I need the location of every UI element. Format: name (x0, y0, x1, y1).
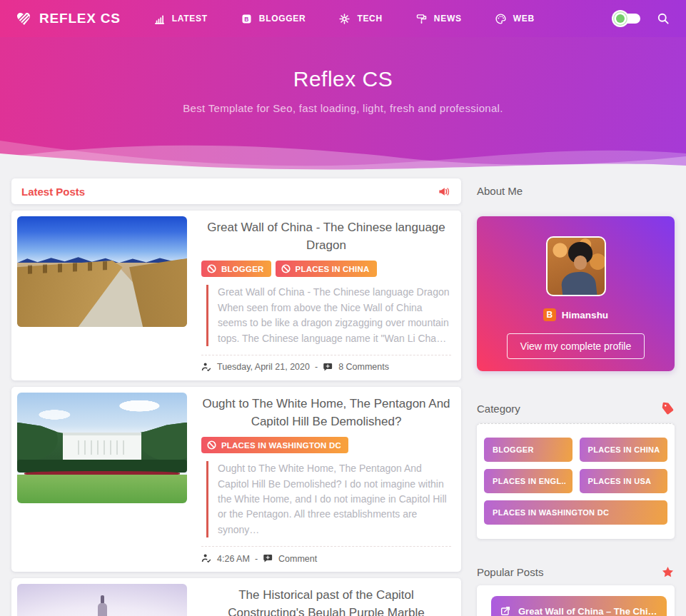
blogger-icon: B (241, 13, 253, 25)
post-date: 4:26 AM (217, 554, 250, 564)
category-chip[interactable]: PLACES IN USA (580, 469, 668, 493)
tag-row: BLOGGER PLACES IN CHINA (201, 261, 451, 277)
nav-label: LATEST (172, 14, 208, 24)
nav-item-blogger[interactable]: B BLOGGER (241, 13, 306, 25)
nav-item-tech[interactable]: TECH (338, 13, 382, 25)
post-thumbnail-white-house[interactable] (17, 393, 187, 503)
brand-logo[interactable]: REFLEX CS (16, 10, 121, 27)
post-card: Ought to The White Home, The Pentagon An… (11, 387, 461, 572)
category-chip[interactable]: PLACES IN WASHINGTON DC (484, 500, 667, 525)
author-check-icon (201, 362, 212, 373)
blogger-badge-icon: B (543, 308, 556, 321)
category-chip[interactable]: PLACES IN CHINA (580, 438, 668, 462)
post-title[interactable]: The Historical past of the Capitol Const… (201, 587, 451, 616)
megaphone-icon (438, 185, 451, 198)
meta-separator: - (255, 554, 258, 564)
search-icon[interactable] (656, 11, 670, 26)
tag-chip[interactable]: BLOGGER (201, 261, 271, 277)
popular-post-item[interactable]: Great Wall of China – The Chinese … (491, 596, 667, 616)
star-icon (661, 565, 675, 579)
post-thumbnail-great-wall[interactable] (17, 216, 187, 327)
main-nav: LATEST B BLOGGER TECH NEWS (153, 13, 535, 25)
view-profile-button[interactable]: View my complete profile (507, 333, 645, 359)
comment-icon (323, 362, 333, 373)
nav-label: WEB (513, 14, 535, 24)
comments-link[interactable]: Comment (278, 554, 317, 564)
divider (201, 355, 451, 355)
tag-icon (660, 401, 675, 416)
hero-subtitle: Best Template for Seo, fast loading, lig… (0, 102, 686, 114)
latest-posts-header: Latest Posts (11, 178, 461, 204)
hero-title: Reflex CS (0, 67, 686, 91)
post-date: Tuesday, April 21, 2020 (217, 362, 310, 372)
comment-icon (263, 553, 273, 564)
category-list: BLOGGER PLACES IN CHINA PLACES IN ENGL..… (477, 423, 675, 539)
heart-logo-icon (16, 10, 33, 27)
post-thumbnail-capitol[interactable] (17, 584, 187, 616)
post-title[interactable]: Great Wall of China - The Chinese langua… (201, 219, 451, 254)
gear-icon (338, 13, 350, 25)
posts-column: Latest Posts Great Wall of China - The C… (11, 178, 461, 616)
dark-mode-toggle[interactable] (616, 14, 640, 24)
label-slash-icon (281, 263, 291, 274)
popular-posts-list: Great Wall of China – The Chinese … (477, 585, 675, 616)
page-content: Latest Posts Great Wall of China - The C… (0, 171, 686, 616)
category-chip[interactable]: PLACES IN ENGL.. (484, 469, 572, 493)
post-excerpt: Great Wall of China - The Chinese langua… (206, 285, 451, 346)
label-slash-icon (206, 440, 217, 450)
brand-text: REFLEX CS (39, 11, 121, 26)
category-chip[interactable]: BLOGGER (484, 438, 572, 462)
sidebar: About Me B Himanshu View my complete pro… (477, 178, 675, 616)
paint-roller-icon (415, 13, 428, 25)
post-card: Great Wall of China - The Chinese langua… (11, 211, 461, 380)
tag-row: PLACES IN WASHINGTON DC (201, 437, 451, 453)
profile-avatar[interactable] (546, 236, 606, 296)
category-heading: Category (477, 402, 675, 415)
palette-icon (495, 13, 507, 25)
external-link-icon (500, 605, 511, 616)
nav-label: TECH (357, 14, 382, 24)
author-check-icon (201, 553, 212, 564)
profile-name-row[interactable]: B Himanshu (543, 308, 608, 321)
popular-posts-heading: Popular Posts (477, 565, 675, 579)
tag-chip[interactable]: PLACES IN CHINA (276, 261, 377, 277)
post-excerpt: Ought to The White Home, The Pentagon An… (206, 461, 451, 537)
tag-chip[interactable]: PLACES IN WASHINGTON DC (201, 437, 348, 453)
label-slash-icon (206, 263, 217, 274)
nav-item-web[interactable]: WEB (495, 13, 535, 25)
nav-item-news[interactable]: NEWS (415, 13, 462, 25)
hero-banner: Reflex CS Best Template for Seo, fast lo… (0, 37, 686, 171)
profile-name: Himanshu (562, 310, 608, 320)
svg-text:B: B (244, 15, 249, 22)
latest-posts-title: Latest Posts (21, 186, 85, 198)
post-card: The Historical past of the Capitol Const… (11, 578, 461, 616)
post-meta: 4:26 AM - Comment (201, 553, 451, 566)
comments-link[interactable]: 8 Comments (338, 362, 389, 372)
about-me-heading: About Me (477, 185, 675, 197)
nav-label: NEWS (434, 14, 462, 24)
nav-label: BLOGGER (259, 14, 306, 24)
nav-item-latest[interactable]: LATEST (153, 13, 208, 25)
post-meta: Tuesday, April 21, 2020 - 8 Comments (201, 362, 451, 375)
post-title[interactable]: Ought to The White Home, The Pentagon An… (201, 395, 451, 430)
navbar: REFLEX CS LATEST B BLOGGER TECH (0, 0, 686, 37)
navbar-controls (616, 11, 670, 26)
divider (201, 546, 451, 547)
about-me-card: B Himanshu View my complete profile (477, 216, 675, 371)
bar-chart-icon (153, 13, 166, 25)
meta-separator: - (315, 362, 318, 372)
toggle-knob-sun-icon (612, 10, 629, 27)
wave-divider (0, 132, 686, 172)
